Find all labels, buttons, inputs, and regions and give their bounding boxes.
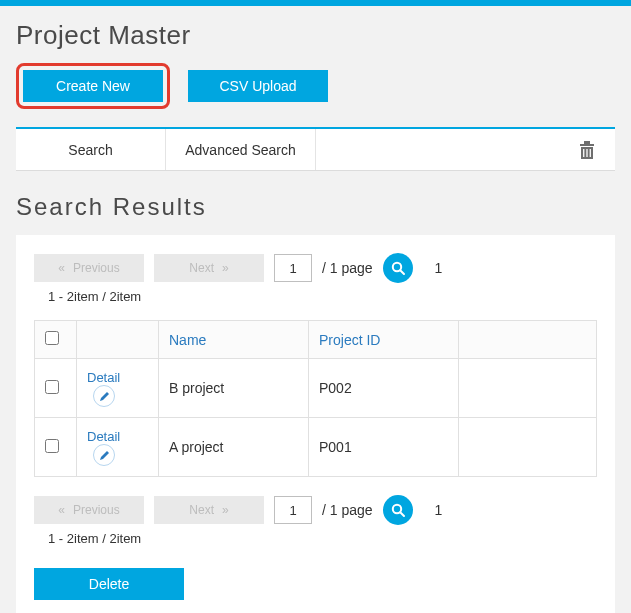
pager-search-button-top[interactable]: [383, 253, 413, 283]
next-glyph: »: [222, 503, 229, 517]
range-text-bottom: 1 - 2item / 2item: [48, 531, 597, 546]
pager-top: « Previous Next » / 1 page 1: [34, 253, 597, 283]
pager-search-button-bottom[interactable]: [383, 495, 413, 525]
table-row: Detail B project P002: [35, 359, 597, 418]
header-checkbox-cell: [35, 321, 77, 359]
svg-rect-4: [586, 149, 587, 157]
cell-name: B project: [159, 359, 309, 418]
results-title: Search Results: [16, 193, 615, 221]
tab-spacer: [316, 129, 559, 170]
csv-upload-button[interactable]: CSV Upload: [188, 70, 328, 102]
header-name[interactable]: Name: [159, 321, 309, 359]
tab-search[interactable]: Search: [16, 129, 166, 170]
search-tab-bar: Search Advanced Search: [16, 127, 615, 171]
create-new-highlight: Create New: [16, 63, 170, 109]
tab-advanced-search[interactable]: Advanced Search: [166, 129, 316, 170]
cell-project-id: P002: [309, 359, 459, 418]
prev-button-top[interactable]: « Previous: [34, 254, 144, 282]
cell-spacer: [459, 359, 597, 418]
page-total-bottom: / 1 page: [322, 502, 373, 518]
cell-name: A project: [159, 418, 309, 477]
edit-button[interactable]: [93, 444, 115, 466]
search-icon: [390, 260, 406, 276]
cell-spacer: [459, 418, 597, 477]
pager-bottom: « Previous Next » / 1 page 1: [34, 495, 597, 525]
select-all-checkbox[interactable]: [45, 331, 59, 345]
row-checkbox[interactable]: [45, 380, 59, 394]
table-header-row: Name Project ID: [35, 321, 597, 359]
result-count-bottom: 1: [435, 502, 443, 518]
next-label: Next: [189, 261, 214, 275]
next-glyph: »: [222, 261, 229, 275]
results-panel: « Previous Next » / 1 page 1 1 - 2item /…: [16, 235, 615, 613]
row-checkbox[interactable]: [45, 439, 59, 453]
detail-link[interactable]: Detail: [87, 429, 120, 444]
trash-button[interactable]: [559, 129, 615, 170]
detail-link[interactable]: Detail: [87, 370, 120, 385]
svg-rect-1: [584, 141, 590, 144]
search-icon: [390, 502, 406, 518]
prev-button-bottom[interactable]: « Previous: [34, 496, 144, 524]
header-project-id[interactable]: Project ID: [309, 321, 459, 359]
next-button-top[interactable]: Next »: [154, 254, 264, 282]
header-spacer: [459, 321, 597, 359]
range-text-top: 1 - 2item / 2item: [48, 289, 597, 304]
delete-button[interactable]: Delete: [34, 568, 184, 600]
result-count-top: 1: [435, 260, 443, 276]
page-number-input-top[interactable]: [274, 254, 312, 282]
table-row: Detail A project P001: [35, 418, 597, 477]
cell-project-id: P001: [309, 418, 459, 477]
page-number-input-bottom[interactable]: [274, 496, 312, 524]
page-total-top: / 1 page: [322, 260, 373, 276]
svg-line-7: [400, 270, 404, 274]
results-table: Name Project ID Detail: [34, 320, 597, 477]
trash-icon: [578, 140, 596, 160]
next-button-bottom[interactable]: Next »: [154, 496, 264, 524]
svg-rect-0: [580, 144, 594, 146]
pencil-icon: [99, 450, 110, 461]
svg-rect-3: [583, 149, 584, 157]
prev-glyph: «: [58, 261, 65, 275]
prev-label: Previous: [73, 261, 120, 275]
pencil-icon: [99, 391, 110, 402]
next-label: Next: [189, 503, 214, 517]
svg-line-9: [400, 512, 404, 516]
page-title: Project Master: [16, 20, 615, 51]
create-new-button[interactable]: Create New: [23, 70, 163, 102]
edit-button[interactable]: [93, 385, 115, 407]
header-detail-cell: [77, 321, 159, 359]
svg-rect-5: [590, 149, 591, 157]
prev-label: Previous: [73, 503, 120, 517]
prev-glyph: «: [58, 503, 65, 517]
